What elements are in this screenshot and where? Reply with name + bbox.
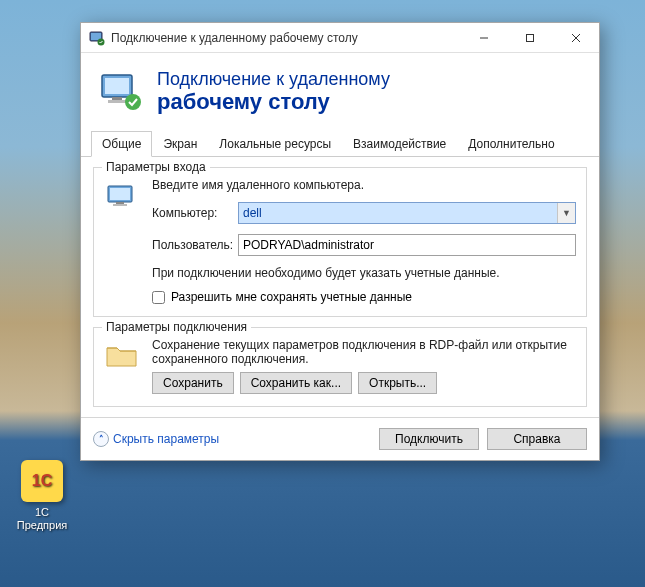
folder-icon [104, 340, 140, 370]
hide-options-link[interactable]: ˄ Скрыть параметры [93, 431, 219, 447]
tab-local-resources[interactable]: Локальные ресурсы [208, 131, 342, 157]
tab-display[interactable]: Экран [152, 131, 208, 157]
tab-bar: Общие Экран Локальные ресурсы Взаимодейс… [81, 130, 599, 157]
svg-point-11 [125, 94, 141, 110]
tab-general[interactable]: Общие [91, 131, 152, 157]
chevron-up-icon: ˄ [93, 431, 109, 447]
desktop-icon-1c[interactable]: 1C 1C Предприя [12, 460, 72, 532]
tab-experience[interactable]: Взаимодействие [342, 131, 457, 157]
save-credentials-input[interactable] [152, 291, 165, 304]
save-as-button[interactable]: Сохранить как... [240, 372, 352, 394]
titlebar: Подключение к удаленному рабочему столу [81, 23, 599, 53]
svg-rect-9 [112, 97, 122, 100]
rdp-icon [99, 70, 143, 114]
dialog-footer: ˄ Скрыть параметры Подключить Справка [81, 417, 599, 460]
svg-rect-4 [527, 34, 534, 41]
login-note: При подключении необходимо будет указать… [152, 266, 576, 280]
svg-rect-13 [110, 188, 130, 200]
maximize-button[interactable] [507, 23, 553, 53]
group-connection-legend: Параметры подключения [102, 320, 251, 334]
save-credentials-checkbox[interactable]: Разрешить мне сохранять учетные данные [152, 290, 576, 304]
close-button[interactable] [553, 23, 599, 53]
user-input[interactable] [238, 234, 576, 256]
window-title: Подключение к удаленному рабочему столу [111, 31, 461, 45]
group-login-legend: Параметры входа [102, 160, 210, 174]
computer-input[interactable] [239, 203, 557, 223]
rdp-dialog: Подключение к удаленному рабочему столу … [80, 22, 600, 461]
save-credentials-label: Разрешить мне сохранять учетные данные [171, 290, 412, 304]
svg-rect-8 [105, 78, 129, 94]
help-button[interactable]: Справка [487, 428, 587, 450]
minimize-button[interactable] [461, 23, 507, 53]
panel: Параметры входа Введите имя удаленного к… [93, 167, 587, 407]
svg-rect-14 [116, 202, 124, 204]
dialog-header: Подключение к удаленному рабочему столу [81, 53, 599, 128]
group-login: Параметры входа Введите имя удаленного к… [93, 167, 587, 317]
computer-icon [104, 180, 140, 216]
header-line2: рабочему столу [157, 90, 390, 114]
1c-icon: 1C [21, 460, 63, 502]
open-button[interactable]: Открыть... [358, 372, 437, 394]
computer-combo[interactable]: ▼ [238, 202, 576, 224]
tab-advanced[interactable]: Дополнительно [457, 131, 565, 157]
login-intro: Введите имя удаленного компьютера. [152, 178, 576, 192]
user-label: Пользователь: [152, 238, 238, 252]
svg-rect-15 [113, 204, 127, 206]
group-connection: Параметры подключения Сохранение текущих… [93, 327, 587, 407]
save-button[interactable]: Сохранить [152, 372, 234, 394]
header-line1: Подключение к удаленному [157, 69, 390, 90]
rdp-titlebar-icon [89, 30, 105, 46]
chevron-down-icon[interactable]: ▼ [557, 203, 575, 223]
computer-label: Компьютер: [152, 206, 238, 220]
connection-intro: Сохранение текущих параметров подключени… [152, 338, 576, 366]
desktop-icon-label: 1C Предприя [12, 506, 72, 532]
svg-rect-10 [108, 100, 126, 103]
connect-button[interactable]: Подключить [379, 428, 479, 450]
